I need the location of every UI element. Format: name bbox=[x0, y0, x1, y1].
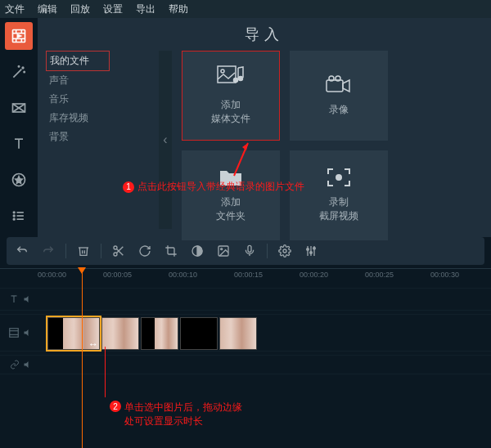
tile-add-folder[interactable]: 添加 文件夹 bbox=[182, 150, 280, 240]
undo-button[interactable] bbox=[11, 241, 33, 261]
category-music[interactable]: 音乐 bbox=[46, 90, 110, 109]
svg-point-26 bbox=[221, 69, 224, 73]
svg-line-8 bbox=[13, 69, 21, 78]
clip-3[interactable] bbox=[141, 317, 178, 350]
menu-settings[interactable]: 设置 bbox=[103, 2, 123, 16]
delete-button[interactable] bbox=[73, 241, 94, 261]
clip-5[interactable] bbox=[219, 317, 257, 350]
t-link-icon[interactable] bbox=[10, 360, 20, 370]
redo-button[interactable] bbox=[38, 241, 59, 261]
trash-icon bbox=[77, 244, 90, 258]
cut-button[interactable] bbox=[108, 241, 129, 261]
annotation-1-badge: 1 bbox=[123, 181, 134, 193]
menu-edit[interactable]: 编辑 bbox=[38, 2, 57, 16]
svg-marker-31 bbox=[343, 80, 349, 92]
annotation-1-text: 点击此按钮导入带经典语录的图片文件 bbox=[137, 180, 304, 194]
tool-titles[interactable] bbox=[5, 130, 33, 158]
star-circle-icon bbox=[11, 172, 27, 188]
mic-icon bbox=[243, 244, 256, 258]
annotation-2-badge: 2 bbox=[110, 401, 121, 412]
title-track-area[interactable] bbox=[36, 289, 491, 310]
playhead[interactable] bbox=[82, 268, 83, 448]
svg-point-51 bbox=[313, 247, 316, 249]
clip-4[interactable] bbox=[180, 317, 218, 350]
crop-button[interactable] bbox=[160, 241, 182, 261]
category-stock-video[interactable]: 库存视频 bbox=[46, 109, 110, 128]
clip-2[interactable] bbox=[101, 317, 139, 350]
annotation-2-l2: 处可设置显示时长 bbox=[124, 415, 203, 427]
media-note-icon bbox=[217, 65, 245, 90]
left-tool-strip bbox=[0, 18, 38, 237]
t-video-icon bbox=[8, 327, 20, 338]
clip-1[interactable] bbox=[47, 317, 100, 350]
svg-point-45 bbox=[283, 249, 286, 253]
svg-marker-18 bbox=[16, 177, 22, 183]
tile-record-camera[interactable]: 录像 bbox=[290, 51, 388, 141]
menu-playback[interactable]: 回放 bbox=[70, 2, 90, 16]
t-vmute-icon[interactable] bbox=[23, 328, 33, 338]
annotation-2-l1: 单击选中图片后，拖动边缘 bbox=[124, 401, 242, 413]
tile-add-media-l2: 媒体文件 bbox=[211, 112, 250, 126]
svg-point-23 bbox=[13, 218, 15, 220]
record-audio-button[interactable] bbox=[239, 241, 260, 261]
tick-2: 00:00:10 bbox=[169, 271, 197, 279]
film-icon bbox=[11, 28, 27, 44]
tool-more[interactable] bbox=[5, 202, 33, 230]
audio-track bbox=[0, 355, 491, 374]
video-track-area[interactable] bbox=[36, 315, 491, 351]
t-mute-icon[interactable] bbox=[23, 294, 33, 304]
tool-stickers[interactable] bbox=[5, 166, 33, 194]
tile-record-screen[interactable]: 录制 截屏视频 bbox=[290, 150, 388, 240]
image-icon bbox=[217, 244, 230, 258]
video-track bbox=[0, 314, 491, 352]
svg-point-43 bbox=[221, 249, 223, 250]
category-sound[interactable]: 声音 bbox=[46, 71, 110, 90]
rotate-button[interactable] bbox=[134, 241, 155, 261]
time-ruler[interactable]: 00:00:00 00:00:05 00:00:10 00:00:15 00:0… bbox=[0, 268, 491, 284]
category-background[interactable]: 背景 bbox=[46, 128, 110, 146]
annotation-1: 1 点击此按钮导入带经典语录的图片文件 bbox=[123, 180, 304, 194]
svg-point-19 bbox=[13, 212, 15, 213]
tile-add-media[interactable]: 添加 媒体文件 bbox=[182, 51, 280, 141]
t-amute-icon[interactable] bbox=[23, 360, 33, 370]
t-title-icon bbox=[8, 293, 20, 305]
equalizer-button[interactable] bbox=[300, 241, 322, 261]
settings-button[interactable] bbox=[274, 241, 295, 261]
svg-point-9 bbox=[22, 67, 24, 69]
list-icon bbox=[11, 208, 27, 224]
transition-icon bbox=[11, 100, 27, 116]
tool-transitions[interactable] bbox=[5, 94, 33, 122]
tick-6: 00:00:30 bbox=[430, 271, 459, 279]
gear-icon bbox=[278, 244, 291, 258]
tick-1: 00:00:05 bbox=[103, 271, 132, 279]
clip-props-button[interactable] bbox=[213, 241, 234, 261]
tool-import[interactable] bbox=[5, 22, 33, 50]
sliders-icon bbox=[304, 244, 318, 258]
svg-rect-44 bbox=[248, 245, 251, 252]
import-categories: 我的文件 声音 音乐 库存视频 背景 bbox=[46, 51, 110, 146]
menu-help[interactable]: 帮助 bbox=[169, 2, 188, 16]
menu-file[interactable]: 文件 bbox=[5, 2, 25, 16]
tile-record-screen-l1: 录制 bbox=[329, 195, 349, 209]
svg-point-34 bbox=[336, 175, 341, 180]
svg-point-10 bbox=[24, 71, 25, 72]
color-adjust-button[interactable] bbox=[187, 241, 208, 261]
menu-export[interactable]: 导出 bbox=[136, 2, 155, 16]
tile-add-folder-l1: 添加 bbox=[221, 195, 241, 209]
svg-marker-54 bbox=[25, 296, 29, 302]
svg-point-50 bbox=[310, 252, 313, 254]
category-my-files[interactable]: 我的文件 bbox=[46, 51, 110, 71]
tick-5: 00:00:25 bbox=[365, 271, 394, 279]
collapse-handle[interactable]: ‹ bbox=[159, 51, 172, 229]
timeline-toolbar bbox=[7, 237, 484, 265]
screencast-icon bbox=[327, 168, 351, 187]
annotation-line-2 bbox=[105, 347, 106, 397]
svg-point-38 bbox=[114, 253, 117, 256]
tile-add-media-l1: 添加 bbox=[221, 98, 241, 112]
undo-icon bbox=[16, 244, 29, 258]
tool-filters[interactable] bbox=[5, 58, 33, 86]
svg-point-11 bbox=[18, 66, 19, 67]
wand-icon bbox=[11, 64, 27, 80]
svg-rect-30 bbox=[327, 80, 343, 92]
title-track bbox=[0, 288, 491, 311]
